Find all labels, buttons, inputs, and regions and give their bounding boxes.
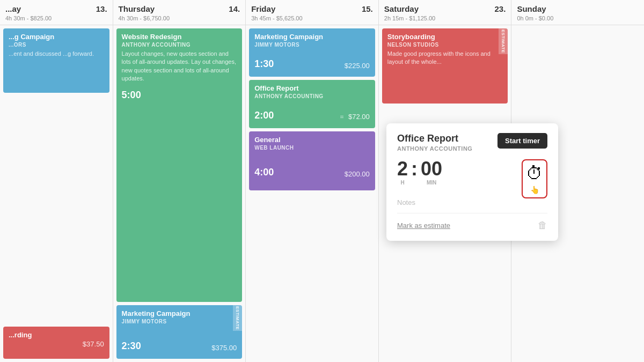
timer-icon[interactable]: ⏱ <box>526 164 543 183</box>
day-header-sunday: Sunday 0h 0m - $0.00 <box>511 0 644 25</box>
day-body-friday: Marketing Campaign JIMMY MOTORS 1:30 $22… <box>246 25 378 362</box>
day-name-sunday: Sunday <box>517 4 546 13</box>
day-summary-wednesday: 4h 30m - $825.00 <box>5 15 107 21</box>
entry-client: ...ORS <box>9 42 104 48</box>
entry-time: 2:30 <box>122 341 141 352</box>
day-name-saturday: Saturday <box>384 4 419 13</box>
entry-title: General <box>254 136 370 144</box>
entry-amount: $37.50 <box>83 340 104 348</box>
day-header-thursday: Thursday 14. 4h 30m - $6,750.00 <box>113 0 246 25</box>
entry-client: ANTHONY ACCOUNTING <box>254 93 370 99</box>
entry-title: Storyboarding <box>387 33 503 41</box>
entry-time: 5:00 <box>122 90 141 101</box>
time-hours-label: H <box>400 180 404 186</box>
entry-notes: ...ent and discussed ...g forward. <box>9 50 104 58</box>
entry-title: Marketing Campaign <box>122 309 237 317</box>
entry-title: ...g Campaign <box>9 33 104 41</box>
popup-title-section: Office Report ANTHONY ACCOUNTING <box>397 133 472 152</box>
list-item[interactable]: ESTIMATE Marketing Campaign JIMMY MOTORS… <box>116 305 243 359</box>
entry-amount: $200.00 <box>345 170 370 178</box>
day-number-wednesday: 13. <box>96 4 107 13</box>
popup-client: ANTHONY ACCOUNTING <box>397 145 472 152</box>
day-col-wednesday: ...ay 13. 4h 30m - $825.00 ...g Campaign… <box>0 0 113 362</box>
entry-client: ANTHONY ACCOUNTING <box>122 42 237 48</box>
entry-time: 2:00 <box>254 110 274 121</box>
day-summary-thursday: 4h 30m - $6,750.00 <box>119 15 240 21</box>
popup-footer: Mark as estimate 🗑 <box>397 213 547 231</box>
notes-label: Notes <box>397 198 547 206</box>
day-header-saturday: Saturday 23. 2h 15m - $1,125.00 <box>379 0 511 25</box>
entry-title: Website Redesign <box>122 33 237 41</box>
day-header-wednesday: ...ay 13. 4h 30m - $825.00 <box>0 0 113 25</box>
list-item[interactable]: ...g Campaign ...ORS ...ent and discusse… <box>3 28 109 93</box>
entry-notes: Layout changes, new quotes section and l… <box>122 50 237 83</box>
day-header-friday: Friday 15. 3h 45m - $5,625.00 <box>246 0 378 25</box>
list-item[interactable]: Marketing Campaign JIMMY MOTORS 1:30 $22… <box>249 28 375 77</box>
entry-title: ...rding <box>9 331 104 339</box>
entry-client: JIMMY MOTORS <box>122 319 237 324</box>
day-col-thursday: Thursday 14. 4h 30m - $6,750.00 Website … <box>113 0 246 362</box>
day-summary-sunday: 0h 0m - $0.00 <box>517 15 639 21</box>
list-item[interactable]: ESTIMATE Storyboarding NELSON STUDIOS Ma… <box>382 28 508 104</box>
start-timer-highlight: ⏱ 👆 <box>522 159 547 198</box>
day-name-friday: Friday <box>251 4 275 13</box>
day-number-thursday: 14. <box>229 4 240 13</box>
day-name-thursday: Thursday <box>119 4 155 13</box>
day-number-saturday: 23. <box>495 4 506 13</box>
cursor-icon: 👆 <box>530 186 539 194</box>
list-item[interactable]: Website Redesign ANTHONY ACCOUNTING Layo… <box>116 28 243 302</box>
calendar-grid: ...ay 13. 4h 30m - $825.00 ...g Campaign… <box>0 0 644 362</box>
entry-client: NELSON STUDIOS <box>387 42 503 48</box>
entry-time: 4:00 <box>254 167 274 178</box>
entry-amount: $225.00 <box>345 62 370 70</box>
time-colon: : <box>411 159 418 179</box>
time-minutes-value: 00 <box>421 159 442 179</box>
day-number-friday: 15. <box>362 4 373 13</box>
day-summary-friday: 3h 45m - $5,625.00 <box>251 15 373 21</box>
day-col-friday: Friday 15. 3h 45m - $5,625.00 Marketing … <box>246 0 379 362</box>
day-body-thursday: Website Redesign ANTHONY ACCOUNTING Layo… <box>113 25 246 362</box>
day-name-wednesday: ...ay <box>5 4 21 13</box>
entry-equals: = <box>340 113 344 121</box>
popup-time-row: 2 H : 00 MIN <box>397 159 442 186</box>
estimate-badge: ESTIMATE <box>233 305 242 331</box>
time-minutes-unit: 00 MIN <box>421 159 442 186</box>
entry-title: Marketing Campaign <box>254 33 370 41</box>
time-minutes-label: MIN <box>427 180 436 186</box>
mark-estimate-link[interactable]: Mark as estimate <box>397 221 450 230</box>
popup-title: Office Report <box>397 133 472 144</box>
day-summary-saturday: 2h 15m - $1,125.00 <box>384 15 506 21</box>
entry-amount: $375.00 <box>211 344 237 352</box>
list-item[interactable]: General WEB LAUNCH 4:00 $200.00 <box>249 131 375 190</box>
entry-detail-popup: Office Report ANTHONY ACCOUNTING Start t… <box>386 123 558 241</box>
entry-amount: $72.00 <box>348 113 370 121</box>
entry-client: JIMMY MOTORS <box>254 42 370 48</box>
time-hours-unit: 2 H <box>397 159 408 186</box>
popup-header: Office Report ANTHONY ACCOUNTING Start t… <box>397 133 547 152</box>
list-item[interactable]: Office Report ANTHONY ACCOUNTING 2:00 = … <box>249 80 375 128</box>
entry-title: Office Report <box>254 84 370 92</box>
day-body-wednesday: ...g Campaign ...ORS ...ent and discusse… <box>0 25 113 362</box>
list-item[interactable]: ...rding $37.50 <box>3 327 109 359</box>
start-timer-button[interactable]: Start timer <box>497 133 547 149</box>
entry-notes: Made good progress with the icons and la… <box>387 50 503 67</box>
entry-time: 1:30 <box>254 58 274 70</box>
estimate-badge: ESTIMATE <box>499 28 508 54</box>
time-hours-value: 2 <box>397 159 408 179</box>
delete-icon[interactable]: 🗑 <box>538 220 547 231</box>
entry-client: WEB LAUNCH <box>254 145 370 151</box>
